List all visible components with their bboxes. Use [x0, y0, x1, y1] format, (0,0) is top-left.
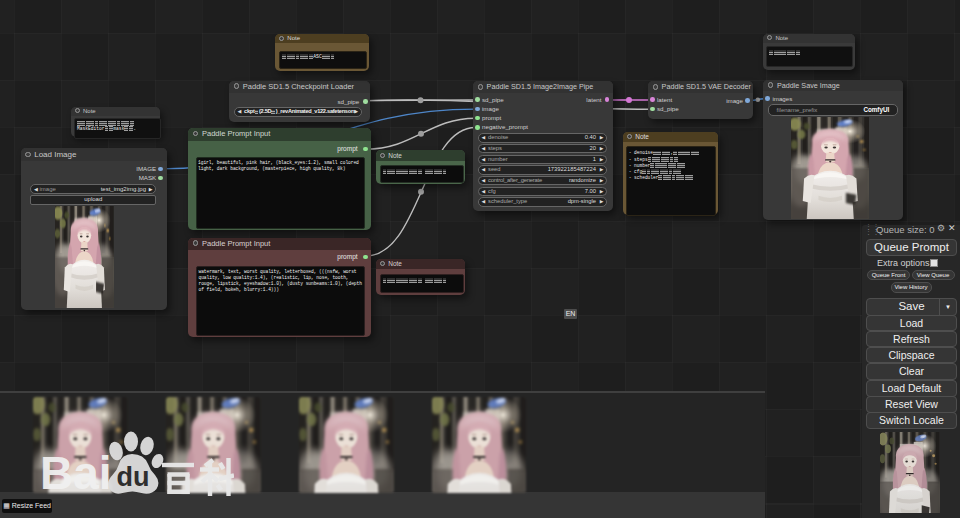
svg-text:du: du [116, 462, 149, 492]
